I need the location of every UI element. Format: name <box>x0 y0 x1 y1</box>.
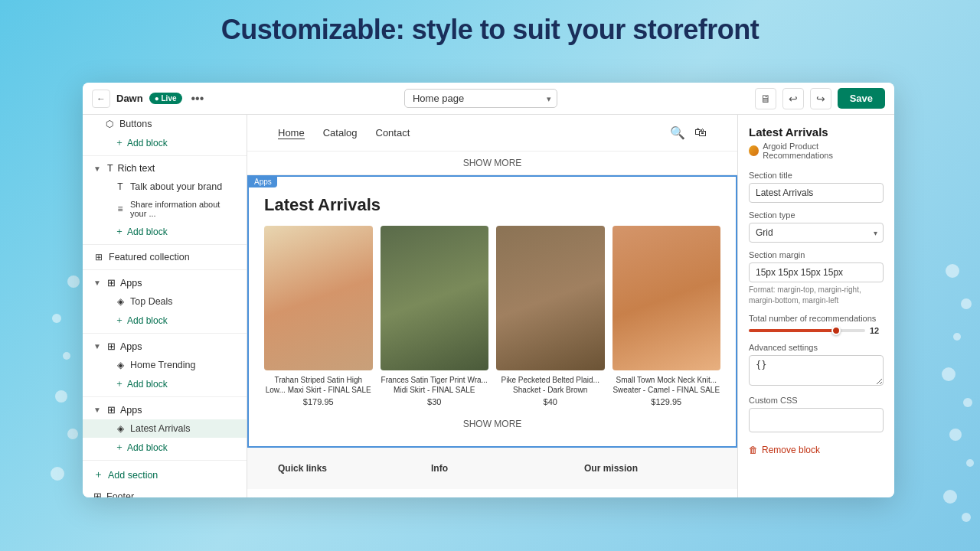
latest-arrivals-icon: ◈ <box>115 423 126 434</box>
sidebar-item-buttons[interactable]: ⬡ Buttons <box>83 115 247 133</box>
product-image-1 <box>264 226 373 370</box>
product-name-4: Small Town Mock Neck Knit... Sweater - C… <box>612 375 721 395</box>
slider-track[interactable] <box>749 329 865 332</box>
advanced-settings-label: Advanced settings <box>749 343 884 352</box>
nav-home[interactable]: Home <box>278 127 305 139</box>
footer-col-1: Quick links <box>278 463 400 474</box>
section-margin-input[interactable] <box>749 262 884 282</box>
add-block-apps-3[interactable]: ＋ Add block <box>83 438 247 457</box>
product-price-2: $30 <box>381 397 489 406</box>
add-section-button[interactable]: ＋ Add section <box>83 464 247 486</box>
add-block-buttons[interactable]: ＋ Add block <box>83 133 247 152</box>
slider-value: 12 <box>870 326 884 335</box>
add-icon: ＋ <box>115 136 124 149</box>
nav-catalog[interactable]: Catalog <box>323 127 358 139</box>
footer-col-2: Info <box>431 463 554 474</box>
share-info-icon: ≡ <box>115 204 126 214</box>
search-icon[interactable]: 🔍 <box>670 126 685 140</box>
apps-2-icon: ⊞ <box>107 341 116 352</box>
product-card-4[interactable]: Small Town Mock Neck Knit... Sweater - C… <box>612 226 721 406</box>
footer-preview: Quick links Info Our mission <box>247 448 737 489</box>
live-badge: ● Live <box>149 93 182 104</box>
toolbar: ← Dawn ● Live ••• Home page Catalog Cont… <box>83 83 894 115</box>
more-button[interactable]: ••• <box>188 90 207 107</box>
talk-brand-icon: T <box>115 181 126 192</box>
footer-col-title-3: Our mission <box>584 463 707 474</box>
product-card-3[interactable]: Pike Pecketed Belted Plaid... Shacket - … <box>496 226 605 406</box>
buttons-icon: ⬡ <box>104 119 115 129</box>
store-name: Dawn <box>116 93 143 104</box>
sidebar-item-footer[interactable]: ⊞ Footer <box>83 486 247 497</box>
section-margin-label: Section margin <box>749 250 884 259</box>
product-price-3: $40 <box>496 397 605 406</box>
preview-area: Home Catalog Contact 🔍 🛍 SHOW MORE Apps … <box>247 115 737 497</box>
custom-css-input[interactable] <box>749 408 884 432</box>
show-more-bar-1[interactable]: SHOW MORE <box>247 152 737 175</box>
apps-tag: Apps <box>249 176 277 187</box>
slider-fill <box>749 329 836 332</box>
add-block-rich-text[interactable]: ＋ Add block <box>83 222 247 241</box>
add-icon-4: ＋ <box>115 377 124 390</box>
add-icon-5: ＋ <box>115 441 124 454</box>
total-recs-label: Total number of recommendations <box>749 314 884 323</box>
footer-col-title-2: Info <box>431 463 554 474</box>
trash-icon: 🗑 <box>749 445 758 455</box>
show-more-products[interactable]: SHOW MORE <box>264 414 720 434</box>
sidebar-group-apps-1[interactable]: ▼ ⊞ Apps <box>83 273 247 292</box>
provider-icon <box>749 145 759 156</box>
sidebar-item-share-info[interactable]: ≡ Share information about your ... <box>83 196 247 222</box>
products-grid: Trahan Striped Satin High Low... Maxi Sk… <box>264 226 720 406</box>
product-name-3: Pike Pecketed Belted Plaid... Shacket - … <box>496 375 605 395</box>
cart-icon[interactable]: 🛍 <box>694 126 707 140</box>
sidebar-item-home-trending[interactable]: ◈ Home Trending <box>83 356 247 374</box>
sidebar-item-featured-collection[interactable]: ⊞ Featured collection <box>83 248 247 266</box>
add-section-icon: ＋ <box>93 468 103 481</box>
apps-3-icon: ⊞ <box>107 404 116 416</box>
add-icon-3: ＋ <box>115 314 124 327</box>
add-block-apps-1[interactable]: ＋ Add block <box>83 311 247 330</box>
editor-window: ← Dawn ● Live ••• Home page Catalog Cont… <box>83 83 894 497</box>
footer-col-3: Our mission <box>584 463 707 474</box>
sidebar-group-apps-3[interactable]: ▼ ⊞ Apps <box>83 400 247 419</box>
store-nav: Home Catalog Contact 🔍 🛍 <box>247 115 737 152</box>
sidebar-group-rich-text[interactable]: ▼ T Rich text <box>83 159 247 178</box>
redo-button[interactable]: ↪ <box>810 88 831 109</box>
product-image-3 <box>496 226 605 370</box>
rich-text-icon: T <box>107 163 113 174</box>
product-card-1[interactable]: Trahan Striped Satin High Low... Maxi Sk… <box>264 226 373 406</box>
section-title: Latest Arrivals <box>264 195 720 215</box>
remove-block-button[interactable]: 🗑 Remove block <box>749 442 884 458</box>
add-block-apps-2[interactable]: ＋ Add block <box>83 374 247 393</box>
device-icon[interactable]: 🖥 <box>755 88 776 109</box>
section-title-input[interactable] <box>749 183 884 203</box>
add-icon-2: ＋ <box>115 225 124 238</box>
apps-1-icon: ⊞ <box>107 277 116 289</box>
save-button[interactable]: Save <box>838 88 885 109</box>
nav-contact[interactable]: Contact <box>376 127 410 139</box>
product-name-2: Frances Satin Tiger Print Wra... Midi Sk… <box>381 375 489 395</box>
product-price-4: $129.95 <box>612 397 721 406</box>
advanced-settings-input[interactable]: {} <box>749 355 884 386</box>
page-selector[interactable]: Home page Catalog Contact <box>404 89 557 108</box>
back-button[interactable]: ← <box>92 90 110 108</box>
slider-thumb[interactable] <box>831 326 841 335</box>
product-card-2[interactable]: Frances Satin Tiger Print Wra... Midi Sk… <box>381 226 489 406</box>
section-type-select[interactable]: Grid List Carousel <box>749 223 884 243</box>
product-image-2 <box>381 226 489 370</box>
sidebar-item-latest-arrivals[interactable]: ◈ Latest Arrivals <box>83 419 247 438</box>
product-name-1: Trahan Striped Satin High Low... Maxi Sk… <box>264 375 373 395</box>
provider-name: Argoid Product Recommendations <box>763 142 884 160</box>
footer-col-title-1: Quick links <box>278 463 400 474</box>
product-image-4 <box>612 226 721 370</box>
margin-format-hint: Format: margin-top, margin-right, margin… <box>749 285 884 306</box>
featured-collection-icon: ⊞ <box>93 252 104 262</box>
sidebar-group-apps-2[interactable]: ▼ ⊞ Apps <box>83 337 247 356</box>
custom-css-label: Custom CSS <box>749 396 884 405</box>
latest-arrivals-section: Apps Latest Arrivals Trahan Striped Sati… <box>247 175 737 448</box>
sidebar-item-talk-brand[interactable]: T Talk about your brand <box>83 178 247 196</box>
undo-button[interactable]: ↩ <box>782 88 804 109</box>
sidebar-item-top-deals[interactable]: ◈ Top Deals <box>83 292 247 311</box>
right-panel: Latest Arrivals Argoid Product Recommend… <box>737 115 894 497</box>
panel-title: Latest Arrivals <box>749 126 884 139</box>
footer-icon: ⊞ <box>93 491 102 497</box>
